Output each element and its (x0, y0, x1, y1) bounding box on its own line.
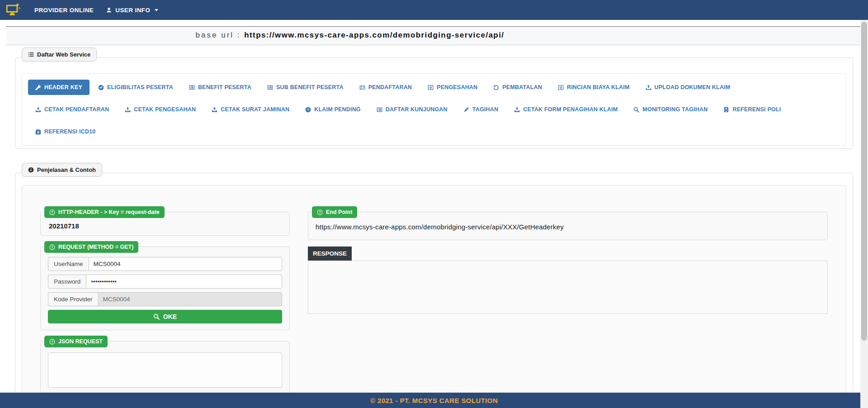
copyright-text: © 2021 - PT. MCSYS CARE SOLUTION (370, 397, 498, 404)
endpoint-box: https://www.mcsys-care-apps.com/demobrid… (308, 212, 828, 240)
base-url-label: base url : (196, 31, 241, 39)
response-section: RESPONSE (308, 246, 828, 314)
question-circle-icon: ? (49, 339, 55, 345)
field-input (98, 292, 282, 306)
download-icon (514, 107, 520, 113)
nav-user-info-dropdown[interactable]: USER INFO (100, 7, 165, 14)
brand-label: PROVIDER ONLINE (34, 7, 94, 14)
service-tab[interactable]: PENGESAHAN (420, 80, 485, 95)
address-card-icon (359, 85, 365, 90)
question-circle-icon: ? (49, 244, 55, 250)
service-tab[interactable]: ELIGIBILITAS PESERTA (91, 80, 180, 95)
service-tab-row: HEADER KEY ELIGIBILITAS PESERTA BENEFIT … (28, 80, 840, 95)
service-tab[interactable]: RINCIAN BIAYA KLAIM (551, 80, 637, 95)
web-service-tabs: HEADER KEY ELIGIBILITAS PESERTA BENEFIT … (22, 73, 846, 146)
request-form: UserName Password Kode Provider (48, 257, 282, 306)
endpoint-url: https://www.mcsys-care-apps.com/demobrid… (316, 223, 820, 231)
json-request-section: ? JSON REQUEST (40, 336, 290, 400)
search-icon (633, 107, 639, 113)
service-tab[interactable]: CETAK SURAT JAMINAN (204, 102, 297, 117)
daftar-title: Daftar Web Service (37, 51, 90, 58)
service-tab[interactable]: DAFTAR KUNJUNGAN (369, 102, 455, 117)
http-header-section: ? HTTP-HEADER - > Key = request-date 202… (40, 206, 290, 236)
daftar-web-service-heading: Daftar Web Service (22, 47, 97, 62)
user-icon (106, 7, 112, 13)
service-tab[interactable]: ? KLAIM PENDING (298, 102, 368, 117)
json-request-box (40, 341, 290, 400)
endpoint-section: ? End Point https://www.mcsys-care-apps.… (308, 206, 828, 240)
svg-text:?: ? (307, 108, 309, 112)
service-tab-label: HEADER KEY (44, 84, 82, 90)
info-circle-icon (28, 167, 34, 173)
field-input[interactable] (86, 275, 282, 289)
service-tab-row: CETAK PENDAFTARAN CETAK PENGESAHAN CETAK… (28, 102, 840, 117)
service-tab[interactable]: SUB BENEFIT PESERTA (260, 80, 351, 95)
service-tab[interactable]: UPLOAD DOKUMEN KLAIM (638, 80, 738, 95)
question-circle-icon: ? (317, 209, 323, 215)
pencil-icon (463, 107, 469, 113)
svg-text:?: ? (51, 245, 53, 249)
service-tab[interactable]: BENEFIT PESERTA (182, 80, 259, 95)
base-url-value: https://www.mcsys-care-apps.com/demobrid… (244, 31, 504, 39)
service-tab-label: REFERENSI ICD10 (44, 128, 95, 135)
endpoint-badge[interactable]: ? End Point (312, 206, 357, 218)
service-tab[interactable]: REFERENSI ICD10 (28, 124, 103, 139)
hospital-icon (723, 107, 729, 113)
service-tab[interactable]: TAGIHAN (456, 102, 505, 117)
service-tab[interactable]: CETAK PENDAFTARAN (28, 102, 116, 117)
base-url-bar: base url : https://www.mcsys-care-apps.c… (6, 26, 862, 45)
penjelasan-contoh-heading: Penjelasan & Contoh (22, 163, 102, 177)
medkit-icon (35, 129, 41, 135)
user-info-label: USER INFO (115, 7, 150, 14)
list-alt-icon (189, 85, 195, 90)
service-tab-label: PEMBATALAN (502, 84, 542, 90)
service-tab-row: REFERENSI ICD10 (28, 124, 840, 139)
service-tab-label: UPLOAD DOKUMEN KLAIM (655, 84, 731, 90)
service-tab-label: DAFTAR KUNJUNGAN (386, 106, 448, 113)
service-tab-label: BENEFIT PESERTA (198, 84, 251, 90)
key-icon (35, 85, 41, 90)
penjelasan-contoh-panel: Penjelasan & Contoh ? HTTP-HEADER - > Ke… (15, 173, 853, 408)
field-input[interactable] (89, 257, 282, 271)
service-tab-label: CETAK SURAT JAMINAN (221, 106, 289, 113)
service-tab-label: SUB BENEFIT PESERTA (276, 84, 344, 90)
search-icon (153, 313, 160, 320)
request-section: ? REQUEST (METHOD = GET) UserName (40, 241, 290, 330)
service-tab[interactable]: PENDAFTARAN (352, 80, 419, 95)
service-tab[interactable]: PEMBATALAN (486, 80, 549, 95)
service-tab[interactable]: MONITORING TAGIHAN (626, 102, 715, 117)
list-icon (28, 52, 34, 57)
service-tab[interactable]: HEADER KEY (28, 80, 90, 95)
svg-text:?: ? (51, 210, 53, 214)
http-header-badge[interactable]: ? HTTP-HEADER - > Key = request-date (44, 206, 165, 218)
app-logo[interactable] (5, 2, 21, 18)
field-label: Password (48, 275, 86, 289)
oke-button[interactable]: OKE (48, 310, 282, 323)
json-request-area[interactable] (48, 352, 282, 388)
request-date-value: 20210718 (49, 222, 281, 230)
svg-text:?: ? (319, 210, 321, 214)
request-method-badge[interactable]: ? REQUEST (METHOD = GET) (44, 241, 138, 253)
response-box (308, 261, 828, 314)
scrollbar-thumb[interactable] (861, 22, 867, 341)
question-circle-icon: ? (305, 107, 311, 113)
service-tab-label: MONITORING TAGIHAN (642, 106, 708, 113)
daftar-web-service-panel: Daftar Web Service HEADER KEY ELIGIBILIT… (15, 57, 853, 149)
caret-down-icon (154, 7, 159, 13)
top-navbar: PROVIDER ONLINE USER INFO (0, 0, 868, 20)
service-tab[interactable]: CETAK FORM PENAGIHAN KLAIM (507, 102, 625, 117)
svg-text:?: ? (51, 340, 53, 344)
service-tab-label: CETAK PENDAFTARAN (44, 106, 109, 113)
service-tab-label: REFERENSI POLI (732, 106, 781, 113)
monitor-logo-icon (5, 2, 21, 18)
service-tab[interactable]: CETAK PENGESAHAN (118, 102, 203, 117)
nav-provider-online[interactable]: PROVIDER ONLINE (28, 7, 100, 14)
form-field-row: Kode Provider (48, 292, 282, 306)
json-request-badge[interactable]: ? JSON REQUEST (44, 336, 108, 347)
service-tab-label: ELIGIBILITAS PESERTA (107, 84, 173, 90)
service-tab[interactable]: REFERENSI POLI (716, 102, 788, 117)
list-alt-icon (377, 107, 382, 113)
penjelasan-title: Penjelasan & Contoh (37, 166, 96, 173)
vertical-scrollbar[interactable] (860, 20, 868, 408)
download-icon (212, 107, 217, 113)
